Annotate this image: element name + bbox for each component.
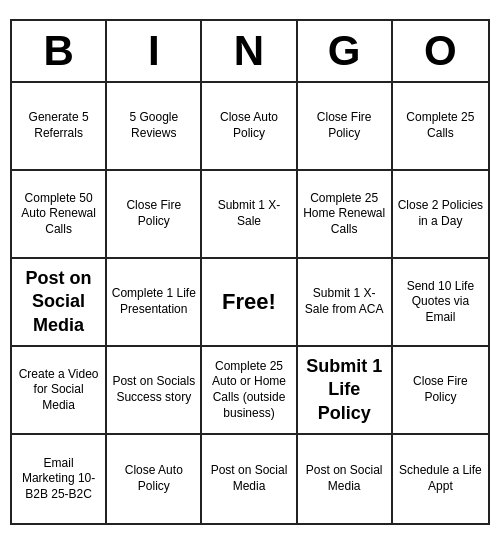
bingo-cell-5: Complete 50 Auto Renewal Calls (12, 171, 107, 259)
cell-text-3: Close Fire Policy (302, 110, 387, 141)
bingo-cell-8: Complete 25 Home Renewal Calls (298, 171, 393, 259)
bingo-cell-11: Complete 1 Life Presentation (107, 259, 202, 347)
bingo-cell-13: Submit 1 X-Sale from ACA (298, 259, 393, 347)
bingo-cell-4: Complete 25 Calls (393, 83, 488, 171)
cell-text-9: Close 2 Policies in a Day (397, 198, 484, 229)
bingo-cell-16: Post on Socials Success story (107, 347, 202, 435)
cell-text-5: Complete 50 Auto Renewal Calls (16, 191, 101, 238)
cell-text-1: 5 Google Reviews (111, 110, 196, 141)
bingo-cell-23: Post on Social Media (298, 435, 393, 523)
cell-text-7: Submit 1 X-Sale (206, 198, 291, 229)
bingo-cell-9: Close 2 Policies in a Day (393, 171, 488, 259)
bingo-cell-20: Email Marketing 10-B2B 25-B2C (12, 435, 107, 523)
cell-text-10: Post on Social Media (16, 267, 101, 337)
header-letter-o: O (393, 21, 488, 81)
cell-text-2: Close Auto Policy (206, 110, 291, 141)
bingo-cell-1: 5 Google Reviews (107, 83, 202, 171)
cell-text-12: Free! (206, 288, 291, 317)
header-letter-n: N (202, 21, 297, 81)
cell-text-15: Create a Video for Social Media (16, 367, 101, 414)
bingo-cell-3: Close Fire Policy (298, 83, 393, 171)
cell-text-13: Submit 1 X-Sale from ACA (302, 286, 387, 317)
bingo-grid: Generate 5 Referrals5 Google ReviewsClos… (12, 83, 488, 523)
bingo-cell-0: Generate 5 Referrals (12, 83, 107, 171)
bingo-header: BINGO (12, 21, 488, 83)
bingo-cell-19: Close Fire Policy (393, 347, 488, 435)
cell-text-11: Complete 1 Life Presentation (111, 286, 196, 317)
cell-text-19: Close Fire Policy (397, 374, 484, 405)
bingo-cell-6: Close Fire Policy (107, 171, 202, 259)
cell-text-16: Post on Socials Success story (111, 374, 196, 405)
cell-text-18: Submit 1 Life Policy (302, 355, 387, 425)
bingo-cell-24: Schedule a Life Appt (393, 435, 488, 523)
cell-text-21: Close Auto Policy (111, 463, 196, 494)
bingo-card: BINGO Generate 5 Referrals5 Google Revie… (10, 19, 490, 525)
bingo-cell-22: Post on Social Media (202, 435, 297, 523)
bingo-cell-10: Post on Social Media (12, 259, 107, 347)
cell-text-20: Email Marketing 10-B2B 25-B2C (16, 456, 101, 503)
cell-text-22: Post on Social Media (206, 463, 291, 494)
bingo-cell-17: Complete 25 Auto or Home Calls (outside … (202, 347, 297, 435)
cell-text-0: Generate 5 Referrals (16, 110, 101, 141)
bingo-cell-7: Submit 1 X-Sale (202, 171, 297, 259)
bingo-cell-21: Close Auto Policy (107, 435, 202, 523)
cell-text-17: Complete 25 Auto or Home Calls (outside … (206, 359, 291, 421)
cell-text-14: Send 10 Life Quotes via Email (397, 279, 484, 326)
bingo-cell-14: Send 10 Life Quotes via Email (393, 259, 488, 347)
cell-text-8: Complete 25 Home Renewal Calls (302, 191, 387, 238)
bingo-cell-12: Free! (202, 259, 297, 347)
cell-text-6: Close Fire Policy (111, 198, 196, 229)
header-letter-i: I (107, 21, 202, 81)
bingo-cell-2: Close Auto Policy (202, 83, 297, 171)
header-letter-b: B (12, 21, 107, 81)
cell-text-24: Schedule a Life Appt (397, 463, 484, 494)
bingo-cell-15: Create a Video for Social Media (12, 347, 107, 435)
cell-text-4: Complete 25 Calls (397, 110, 484, 141)
header-letter-g: G (298, 21, 393, 81)
bingo-cell-18: Submit 1 Life Policy (298, 347, 393, 435)
cell-text-23: Post on Social Media (302, 463, 387, 494)
